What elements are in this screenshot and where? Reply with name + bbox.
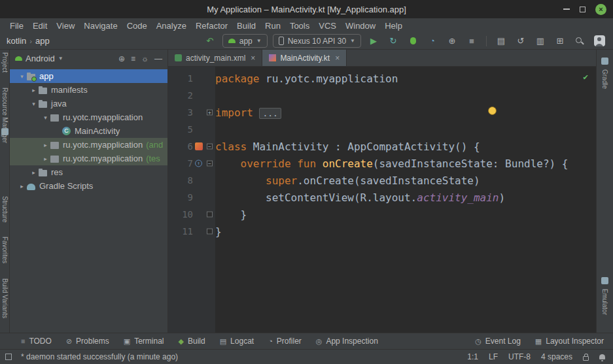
menu-item-code[interactable]: Code: [122, 20, 152, 32]
chevron-right-icon[interactable]: ▸: [29, 169, 38, 176]
close-tab-icon[interactable]: ×: [335, 54, 340, 63]
gradle-icon[interactable]: [601, 58, 608, 65]
lock-icon[interactable]: [583, 356, 589, 361]
code-line-9[interactable]: 9 setContentView(R.layout.activity_main): [168, 189, 596, 206]
tool-window-button-terminal[interactable]: ▣Terminal: [124, 337, 164, 346]
maximize-button[interactable]: [580, 7, 586, 12]
profile-avatar[interactable]: [592, 35, 606, 48]
tab-mainactivity-kt[interactable]: MainActivity.kt ×: [262, 50, 347, 66]
navigate-back-icon[interactable]: ↶: [203, 35, 217, 48]
chevron-down-icon[interactable]: ▾: [18, 73, 26, 80]
tool-window-button-favorites[interactable]: Favorites: [1, 237, 9, 263]
fold-marker[interactable]: [207, 229, 213, 235]
tool-window-button-emulator[interactable]: Emulator: [601, 289, 608, 315]
search-everywhere-button[interactable]: [572, 35, 587, 48]
emulator-icon[interactable]: [601, 277, 608, 284]
tool-window-button-profiler[interactable]: ◔Profiler: [268, 337, 302, 346]
tree-item-ru-yotc-myapplication[interactable]: ▸ru.yotc.myapplication(and: [10, 138, 167, 152]
device-manager-icon[interactable]: ▤: [494, 35, 508, 48]
menu-item-tools[interactable]: Tools: [285, 20, 314, 32]
tool-window-button-resource-manager[interactable]: Resource Manager: [1, 88, 9, 143]
tool-window-button-build-variants[interactable]: Build Variants: [1, 278, 9, 318]
close-tab-icon[interactable]: ×: [251, 54, 255, 63]
stop-button[interactable]: ■: [464, 35, 479, 48]
tree-item-res[interactable]: ▸res: [10, 165, 167, 179]
intention-bulb-icon[interactable]: [488, 107, 497, 115]
code-line-1[interactable]: 1package ru.yotc.myapplication: [168, 70, 596, 87]
minimize-button[interactable]: [563, 8, 570, 10]
tool-window-button-layout-inspector[interactable]: ▦Layout Inspector: [535, 337, 604, 346]
fold-marker[interactable]: −: [207, 161, 213, 167]
tree-item-manifests[interactable]: ▸manifests: [10, 83, 167, 97]
code-line-5[interactable]: 5: [168, 121, 596, 138]
inspections-ok-icon[interactable]: ✔: [583, 72, 588, 82]
tool-window-button-event-log[interactable]: ◷Event Log: [475, 337, 521, 346]
menu-item-analyze[interactable]: Analyze: [152, 20, 191, 32]
chevron-right-icon[interactable]: ▸: [18, 183, 26, 190]
code-line-7[interactable]: 7↑− override fun onCreate(savedInstanceS…: [168, 155, 596, 172]
code-line-11[interactable]: 11}: [168, 223, 596, 240]
settings-gear-icon[interactable]: ☼: [141, 54, 149, 63]
menu-item-file[interactable]: File: [5, 20, 28, 32]
breadcrumb-root[interactable]: kotlin: [7, 36, 26, 46]
status-message[interactable]: * daemon started successfully (a minute …: [21, 352, 178, 361]
profile-button[interactable]: ◔: [425, 35, 440, 48]
tool-window-button-build[interactable]: ◆Build: [179, 337, 205, 346]
menu-item-build[interactable]: Build: [232, 20, 260, 32]
chevron-down-icon[interactable]: ▾: [29, 101, 38, 107]
override-gutter-icon[interactable]: ↑: [195, 160, 202, 167]
tool-window-button-gradle[interactable]: Gradle: [601, 69, 608, 89]
code-line-2[interactable]: 2: [168, 87, 596, 104]
avd-manager-icon[interactable]: ▥: [533, 35, 548, 48]
code-line-6[interactable]: 6−class MainActivity : AppCompatActivity…: [168, 138, 596, 155]
run-button[interactable]: ▶: [366, 35, 381, 48]
notifications-bell-icon[interactable]: [599, 354, 605, 359]
line-separator[interactable]: LF: [489, 352, 498, 361]
tool-window-button-todo[interactable]: ≡TODO: [21, 337, 52, 346]
collapse-all-icon[interactable]: ≡: [131, 54, 135, 63]
chevron-right-icon[interactable]: ▸: [29, 87, 38, 93]
chevron-down-icon[interactable]: ▾: [41, 114, 50, 121]
run-configuration-select[interactable]: app ▼: [222, 34, 268, 48]
file-encoding[interactable]: UTF-8: [508, 352, 531, 361]
hide-panel-icon[interactable]: —: [154, 54, 162, 63]
tree-item-app[interactable]: ▾app: [10, 69, 167, 83]
tab-activity-main-xml[interactable]: activity_main.xml ×: [168, 50, 262, 66]
tree-item-mainactivity[interactable]: CMainActivity: [10, 124, 167, 138]
tool-window-switcher-icon[interactable]: [5, 354, 12, 360]
menu-item-view[interactable]: View: [52, 20, 79, 32]
tool-window-button-app-inspection[interactable]: ◎App Inspection: [316, 337, 378, 346]
device-select[interactable]: Nexus 10 API 30 ▼: [273, 34, 361, 48]
fold-marker[interactable]: −: [207, 144, 213, 150]
chevron-right-icon[interactable]: ▸: [41, 142, 50, 148]
tool-window-button-logcat[interactable]: ▤Logcat: [220, 337, 254, 346]
apply-changes-button[interactable]: ↻: [386, 35, 400, 48]
tool-window-button-project[interactable]: Project: [1, 52, 9, 73]
breadcrumb-leaf[interactable]: app: [35, 36, 50, 46]
sdk-manager-icon[interactable]: ⊞: [553, 35, 567, 48]
tool-window-button-problems[interactable]: ⊘Problems: [66, 337, 109, 346]
locate-file-icon[interactable]: ⊕: [118, 54, 125, 63]
attach-debugger-button[interactable]: ⊕: [445, 35, 459, 48]
sync-gradle-icon[interactable]: ↺: [514, 35, 528, 48]
code-line-10[interactable]: 10 }: [168, 206, 596, 223]
tree-item-gradle-scripts[interactable]: ▸Gradle Scripts: [10, 179, 167, 193]
chevron-right-icon[interactable]: ▸: [41, 156, 50, 162]
menu-item-edit[interactable]: Edit: [28, 20, 52, 32]
indent-setting[interactable]: 4 spaces: [541, 352, 572, 361]
tree-item-ru-yotc-myapplication[interactable]: ▾ru.yotc.myapplication: [10, 110, 167, 124]
menu-item-window[interactable]: Window: [341, 20, 380, 32]
code-editor[interactable]: 1package ru.yotc.myapplication23+import …: [168, 67, 596, 333]
fold-marker[interactable]: [207, 212, 213, 218]
fold-marker[interactable]: +: [207, 110, 213, 116]
code-line-3[interactable]: 3+import ...: [168, 104, 596, 121]
tool-window-button-structure[interactable]: Structure: [1, 196, 9, 223]
menu-item-refactor[interactable]: Refactor: [191, 20, 232, 32]
code-line-8[interactable]: 8 super.onCreate(savedInstanceState): [168, 172, 596, 189]
menu-item-run[interactable]: Run: [260, 20, 285, 32]
project-view-selector[interactable]: Android ▼: [15, 54, 63, 63]
activity-gutter-icon[interactable]: [195, 142, 203, 150]
menu-item-help[interactable]: Help: [380, 20, 407, 32]
debug-button[interactable]: [406, 35, 420, 48]
menu-item-vcs[interactable]: VCS: [314, 20, 341, 32]
